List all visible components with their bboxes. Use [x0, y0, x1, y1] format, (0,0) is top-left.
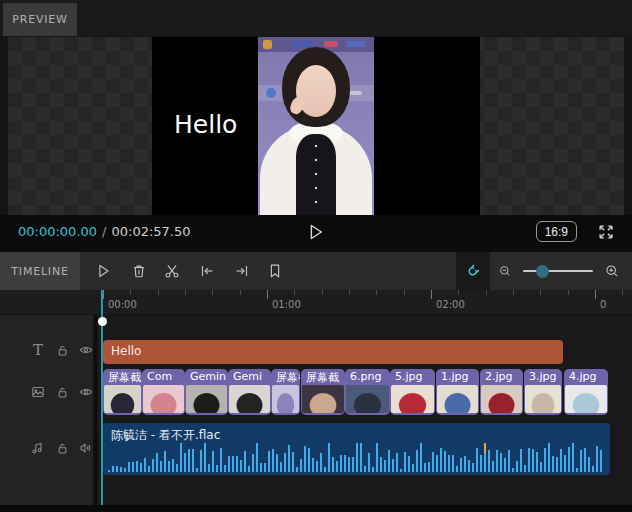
waveform-bar [296, 467, 298, 472]
waveform-bar [288, 445, 290, 472]
clip-label: 屏幕截 [103, 369, 142, 384]
image-clip-1[interactable]: 屏幕截 [103, 369, 142, 415]
waveform-bar [152, 459, 154, 472]
waveform-bar [284, 453, 286, 472]
waveform-bar [112, 466, 114, 472]
waveform-bar [548, 443, 550, 472]
clip-thumbnail [104, 385, 141, 413]
waveform-bar [468, 460, 470, 472]
waveform-bar [508, 450, 510, 472]
waveform-bar [600, 450, 602, 472]
waveform-bar [328, 443, 330, 472]
clip-label: Gemin [185, 369, 228, 384]
text-overlay[interactable]: Hello [174, 110, 237, 139]
waveform-bar [312, 458, 314, 472]
waveform-bar [380, 457, 382, 472]
image-clip-8[interactable]: 5.jpg [390, 369, 435, 415]
waveform-bar [248, 466, 250, 472]
waveform-bar [376, 443, 378, 472]
clip-thumbnail [272, 385, 299, 413]
ruler-minor-tick [349, 290, 350, 295]
waveform-bar [188, 449, 190, 472]
clip-thumbnail [143, 385, 184, 413]
image-clip-6[interactable]: 屏幕截 [301, 369, 345, 415]
marker-bookmark-icon[interactable] [260, 252, 290, 290]
waveform-bar [180, 443, 182, 472]
image-clip-12[interactable]: 4.jpg [564, 369, 608, 415]
image-clip-5[interactable]: 屏幕截 [271, 369, 300, 415]
waveform-bar [300, 459, 302, 472]
clip-thumbnail [481, 385, 522, 413]
play-icon[interactable] [88, 252, 118, 290]
waveform-bar [256, 443, 258, 472]
video-subject-image [258, 37, 374, 215]
waveform-bar [396, 453, 398, 472]
waveform-bar [232, 456, 234, 472]
ruler-minor-tick [513, 290, 514, 295]
timeline-zoom-slider[interactable] [523, 252, 593, 290]
split-scissors-icon[interactable] [157, 252, 187, 290]
timeline-ruler[interactable]: 00:0001:0002:000 [0, 290, 632, 315]
preview-play-button[interactable] [300, 215, 330, 248]
clip-label: 5.jpg [390, 369, 435, 384]
aspect-ratio-button[interactable]: 16:9 [536, 221, 577, 242]
waveform-bar [332, 457, 334, 472]
waveform-bar [208, 464, 210, 472]
waveform-bar [140, 463, 142, 472]
image-clip-3[interactable]: Gemin [185, 369, 228, 415]
tab-preview[interactable]: PREVIEW [3, 3, 77, 36]
timecode-total: 00:02:57.50 [111, 224, 190, 239]
clip-label: Gemi [228, 369, 271, 384]
waveform-bar [408, 456, 410, 472]
image-clip-11[interactable]: 3.jpg [524, 369, 562, 415]
ruler-minor-tick [130, 290, 131, 295]
waveform-bar [168, 461, 170, 472]
playhead[interactable] [101, 290, 103, 505]
seek-start-icon[interactable] [192, 252, 222, 290]
waveform-bar [464, 456, 466, 472]
waveform-bar [404, 452, 406, 472]
waveform-bar [204, 443, 206, 472]
ruler-minor-tick [158, 290, 159, 295]
text-clip-hello[interactable]: Hello [103, 340, 563, 364]
clip-thumbnail [302, 385, 344, 413]
waveform-bar [124, 468, 126, 472]
image-clip-10[interactable]: 2.jpg [480, 369, 523, 415]
video-editor-window: PREVIEW Hello 00:00:00.00 / [0, 0, 632, 512]
waveform-bar [460, 458, 462, 472]
waveform-bar [292, 452, 294, 472]
zoom-slider-thumb[interactable] [536, 265, 549, 278]
ruler-time-label: 01:00 [272, 299, 301, 310]
snapping-magnet-icon[interactable] [456, 252, 490, 290]
waveform-bar [392, 459, 394, 472]
waveform-bar [384, 460, 386, 472]
ruler-minor-tick [240, 290, 241, 295]
waveform-bar [456, 466, 458, 472]
fullscreen-icon[interactable] [592, 215, 620, 248]
waveform-bar [592, 466, 594, 472]
audio-clip[interactable]: 陈毓洁 - 看不开.flac [103, 423, 610, 475]
zoom-out-icon[interactable] [492, 252, 518, 290]
video-frame[interactable]: Hello [152, 37, 480, 215]
waveform-bar [172, 459, 174, 472]
delete-icon[interactable] [124, 252, 154, 290]
ruler-minor-tick [622, 290, 623, 295]
tab-timeline[interactable]: TIMELINE [0, 252, 80, 290]
image-clip-2[interactable]: Com [142, 369, 185, 415]
image-clip-4[interactable]: Gemi [228, 369, 271, 415]
clip-thumbnail [346, 385, 389, 413]
waveform-bar [364, 466, 366, 472]
ruler-minor-tick [376, 290, 377, 295]
waveform-bar [128, 462, 130, 472]
seek-end-icon[interactable] [227, 252, 257, 290]
waveform-bar [480, 455, 482, 472]
image-clip-7[interactable]: 6.png [345, 369, 390, 415]
waveform-bar [192, 449, 194, 472]
waveform-bar [568, 447, 570, 472]
clip-label: 1.jpg [436, 369, 479, 384]
ruler-major-tick [595, 290, 596, 299]
zoom-in-icon[interactable] [598, 252, 626, 290]
image-clip-9[interactable]: 1.jpg [436, 369, 479, 415]
playhead-knob[interactable] [98, 317, 107, 326]
timecode: 00:00:00.00 / 00:02:57.50 [18, 215, 191, 248]
